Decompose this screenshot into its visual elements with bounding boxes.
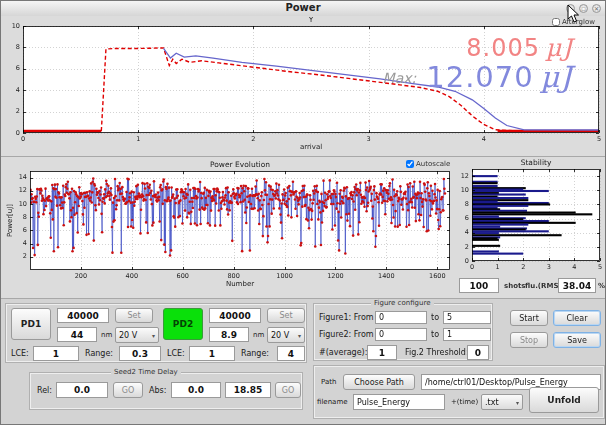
pd2-gate-input[interactable] bbox=[209, 308, 261, 323]
close-icon[interactable]: ✕ bbox=[592, 4, 601, 13]
middle-figures-panel: Autoscale shots flu.(RMS): % bbox=[1, 157, 606, 299]
power-window: Power – □ ✕ Afterglow 8.005 µJ Max:12.07… bbox=[0, 0, 606, 425]
pd2-wavelength-input[interactable] bbox=[209, 327, 249, 342]
stability-canvas bbox=[459, 158, 605, 274]
autoscale-checkbox-row[interactable]: Autoscale bbox=[406, 160, 450, 168]
extension-value: .txt bbox=[485, 398, 499, 407]
average-input[interactable] bbox=[367, 345, 397, 360]
choose-path-button[interactable]: Choose Path bbox=[343, 374, 415, 390]
figure-config-title: Figure configure bbox=[371, 299, 434, 307]
figure1-to-input[interactable] bbox=[443, 311, 491, 324]
window-title: Power bbox=[1, 2, 605, 13]
pd1-voltage-select[interactable]: 20 V ▾ bbox=[115, 327, 159, 343]
stop-button[interactable]: Stop bbox=[510, 332, 548, 348]
pd1-set-button[interactable]: Set bbox=[115, 308, 153, 323]
power-evolution-canvas bbox=[3, 158, 458, 296]
figure2-to-label: to bbox=[431, 330, 439, 339]
pd1-button[interactable]: PD1 bbox=[11, 308, 51, 340]
path-label: Path bbox=[321, 378, 336, 386]
max-label: Max: bbox=[383, 70, 417, 86]
max-energy-value: 12.070 µJ bbox=[426, 60, 573, 94]
abs-position-input[interactable] bbox=[225, 382, 271, 398]
autoscale-checkbox[interactable] bbox=[406, 160, 414, 168]
rel-go-button[interactable]: GO bbox=[113, 382, 143, 398]
pd2-voltage-select[interactable]: 20 V ▾ bbox=[267, 327, 305, 343]
figure2-to-input[interactable] bbox=[443, 328, 491, 341]
pd2-set-button[interactable]: Set bbox=[267, 308, 305, 323]
start-button[interactable]: Start bbox=[510, 310, 548, 326]
current-energy-unit: µJ bbox=[546, 34, 573, 62]
rel-input[interactable] bbox=[56, 382, 108, 398]
autoscale-label: Autoscale bbox=[416, 160, 450, 168]
chevron-down-icon: ▾ bbox=[516, 399, 519, 406]
pd1-nm-label: nm bbox=[101, 331, 112, 339]
figure1-to-label: to bbox=[431, 313, 439, 322]
figure2-from-input[interactable] bbox=[375, 328, 427, 341]
figure1-from-label: Figure1: From bbox=[319, 313, 374, 322]
max-energy-unit: µJ bbox=[541, 60, 573, 94]
clear-button[interactable]: Clear bbox=[553, 310, 601, 326]
pd1-range-label: Range: bbox=[85, 349, 113, 358]
chevron-down-icon: ▾ bbox=[298, 332, 301, 339]
filename-label: filename bbox=[317, 398, 348, 406]
pd2-lce-label: LCE: bbox=[167, 349, 185, 358]
maximize-icon[interactable]: □ bbox=[579, 4, 588, 13]
fig2-threshold-label: Fig.2 Threshold: bbox=[405, 348, 469, 357]
pd2-nm-label: nm bbox=[253, 331, 264, 339]
pd1-lce-label: LCE: bbox=[11, 349, 29, 358]
chevron-down-icon: ▾ bbox=[152, 332, 155, 339]
filename-input[interactable] bbox=[353, 394, 445, 410]
current-energy-value: 8.005 µJ bbox=[383, 36, 573, 60]
shots-label: shots bbox=[504, 282, 525, 290]
figure2-from-label: Figure2: From bbox=[319, 330, 374, 339]
pd2-button[interactable]: PD2 bbox=[163, 308, 203, 340]
average-label: #(average): bbox=[319, 348, 367, 357]
rms-value-input[interactable] bbox=[558, 278, 596, 293]
extension-select[interactable]: .txt ▾ bbox=[481, 394, 523, 410]
percent-label: % bbox=[598, 282, 605, 290]
pd2-voltage-value: 20 V bbox=[271, 331, 289, 340]
time-suffix-label: +(time) bbox=[451, 398, 478, 406]
pd1-range-input[interactable] bbox=[119, 346, 161, 361]
pd1-wavelength-input[interactable] bbox=[57, 327, 97, 342]
abs-input[interactable] bbox=[171, 382, 221, 398]
pd1-lce-input[interactable] bbox=[33, 346, 79, 361]
unfold-button[interactable]: Unfold bbox=[529, 387, 599, 413]
save-button[interactable]: Save bbox=[553, 332, 601, 348]
pd2-range-input[interactable] bbox=[277, 346, 305, 361]
pd1-voltage-value: 20 V bbox=[119, 331, 137, 340]
abs-label: Abs: bbox=[149, 386, 166, 395]
afterglow-checkbox[interactable] bbox=[552, 18, 560, 26]
controls-panel: PD1 Set nm 20 V ▾ PD2 Set nm 20 V ▾ LCE:… bbox=[1, 299, 606, 425]
energy-readout: 8.005 µJ Max:12.070 µJ bbox=[383, 36, 573, 92]
pd2-lce-input[interactable] bbox=[189, 346, 235, 361]
pd1-gate-input[interactable] bbox=[57, 308, 109, 323]
main-figure-panel: Afterglow 8.005 µJ Max:12.070 µJ bbox=[1, 16, 606, 157]
fig2-threshold-input[interactable] bbox=[467, 345, 489, 360]
rel-label: Rel: bbox=[37, 386, 52, 395]
figure1-from-input[interactable] bbox=[375, 311, 427, 324]
mouse-cursor bbox=[567, 4, 580, 23]
shots-input[interactable] bbox=[459, 278, 499, 293]
abs-go-button[interactable]: GO bbox=[275, 382, 301, 398]
title-bar[interactable]: Power – □ ✕ bbox=[1, 1, 605, 17]
seed2-title: Seed2 Time Delay bbox=[111, 368, 181, 376]
pd2-range-label: Range: bbox=[241, 349, 269, 358]
